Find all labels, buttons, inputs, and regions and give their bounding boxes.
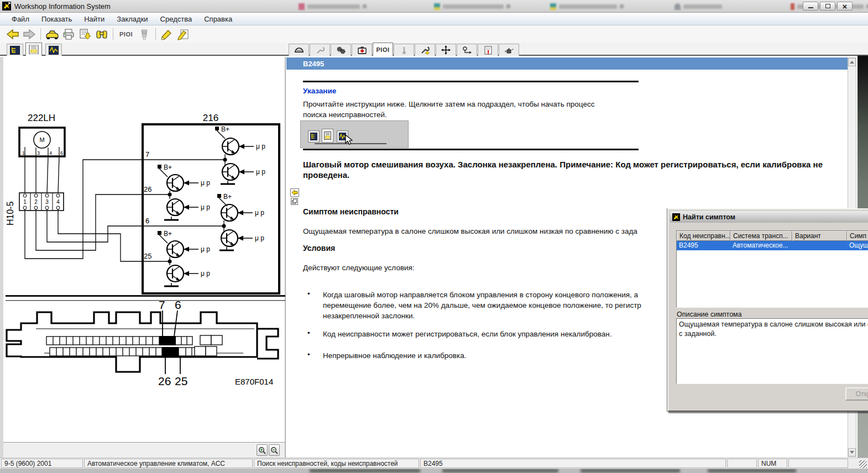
tab-close-icon[interactable] xyxy=(363,4,367,8)
menu-tools[interactable]: Средства xyxy=(154,14,198,24)
ecu-pin-label: 26 xyxy=(158,375,171,387)
background-browser-tab[interactable] xyxy=(674,3,722,10)
tab-favicon xyxy=(434,3,440,10)
background-browser-tab[interactable] xyxy=(434,3,510,10)
motor-pin-label: 6 xyxy=(60,150,63,156)
symptom-text: Ощущаемая температура в салоне слишком в… xyxy=(303,226,637,236)
tab-bulletin[interactable] xyxy=(478,44,498,56)
zoom-out-button[interactable] xyxy=(269,444,280,456)
bullet-item: Когда шаговый мотор направляется блоком … xyxy=(323,290,641,321)
status-bar: 9-5 (9600) 2001 Автоматическое управлени… xyxy=(0,458,868,469)
embedded-toolbar-figure xyxy=(300,120,409,148)
menu-help[interactable]: Справка xyxy=(198,14,238,24)
ecu-pin-label: 25 xyxy=(175,375,187,387)
back-button[interactable] xyxy=(4,27,21,41)
dialog-title-bar[interactable]: Найти симптом xyxy=(670,211,868,223)
ecu-pin-label: 6 xyxy=(175,298,181,311)
tab-close-icon[interactable] xyxy=(506,4,510,8)
background-browser-tab[interactable] xyxy=(299,3,367,10)
open-button[interactable]: Открыть xyxy=(845,387,868,401)
table-row-selected[interactable]: B2495 Автоматическое... Ощущ xyxy=(677,241,868,250)
figure-code: E870F014 xyxy=(235,377,273,386)
window-controls: × xyxy=(803,2,853,10)
export-document-button[interactable] xyxy=(77,27,93,41)
note-line: поиска неисправностей. xyxy=(303,109,387,120)
connector-cell-label: 3 xyxy=(45,199,49,205)
status-code: B2495 xyxy=(420,459,726,468)
menu-bookmarks[interactable]: Закладки xyxy=(111,14,154,24)
close-button[interactable]: × xyxy=(837,2,853,10)
connector-cell-label: 1 xyxy=(23,199,27,205)
tab-gears[interactable] xyxy=(331,44,351,56)
find-symptom-dialog: Найти симптом Код неисправн... Система т… xyxy=(667,208,868,412)
cell-system: Автоматическое... xyxy=(730,241,792,250)
column-system[interactable]: Система трансп... xyxy=(730,231,792,241)
vehicle-button[interactable] xyxy=(44,27,60,41)
tab-favicon xyxy=(674,3,681,10)
tab-signal-view[interactable] xyxy=(45,44,62,56)
column-symptom[interactable]: Симп xyxy=(847,231,868,241)
scroll-down-button[interactable] xyxy=(848,448,856,456)
status-system: Автоматическое управление климатом, ACC xyxy=(84,459,253,468)
zoom-in-button[interactable] xyxy=(257,444,268,456)
print-button[interactable] xyxy=(60,27,77,41)
motor-pin-label: 3 xyxy=(37,150,40,156)
supply-label: B+ xyxy=(164,164,172,171)
menu-view[interactable]: Показать xyxy=(35,14,78,24)
tab-wrench[interactable] xyxy=(310,44,330,56)
module-pin-label: 6 xyxy=(145,217,149,225)
bullet-item: Код неисправности может регистрироваться… xyxy=(323,329,612,339)
micro-label: μ p xyxy=(201,245,210,253)
tab-pioi[interactable]: PIOI xyxy=(373,43,393,56)
motor-pin-label: 4 xyxy=(49,150,52,156)
restore-button[interactable] xyxy=(820,2,835,10)
motor-pin-label: 1 xyxy=(22,150,25,156)
pioi-button[interactable]: PIOI xyxy=(116,27,136,41)
supply-label: B+ xyxy=(164,230,172,238)
main-toolbar: PIOI xyxy=(0,25,868,43)
screen: Workshop Information System xyxy=(0,0,868,473)
tab-thermometer[interactable] xyxy=(394,44,414,56)
conditions-intro: Действуют следующие условия: xyxy=(303,262,415,273)
window-link-icon[interactable] xyxy=(291,198,298,205)
cell-symptom: Ощущ xyxy=(847,241,868,250)
tab-close-icon[interactable] xyxy=(620,4,624,8)
back-link-icon[interactable] xyxy=(290,188,299,197)
resize-grip[interactable] xyxy=(859,460,867,468)
fault-code-title: B2495 xyxy=(303,60,324,68)
mouse-cursor-icon xyxy=(345,134,353,145)
tab-tree-view[interactable] xyxy=(7,44,23,56)
scanner-button[interactable] xyxy=(136,27,153,41)
tab-helmet[interactable] xyxy=(289,44,309,56)
column-fault-code[interactable]: Код неисправн... xyxy=(677,231,730,241)
bullet-item: Непрерывное наблюдение и калибровка. xyxy=(323,350,466,361)
tab-routing[interactable] xyxy=(457,44,477,56)
scroll-up-button[interactable] xyxy=(848,58,856,66)
search-binoculars-button[interactable] xyxy=(93,27,110,41)
module-pin-label: 25 xyxy=(144,252,151,260)
minimize-button[interactable] xyxy=(803,2,818,10)
module-pin-label: 26 xyxy=(144,185,151,193)
menu-file[interactable]: Файл xyxy=(6,14,35,24)
forward-button[interactable] xyxy=(21,27,38,41)
tab-favicon xyxy=(299,3,305,10)
background-browser-tab[interactable] xyxy=(550,3,624,10)
tab-first-aid[interactable] xyxy=(352,44,372,56)
column-variant[interactable]: Вариант xyxy=(792,231,847,241)
description-box: Ощущаемая температура в салоне слишком в… xyxy=(676,318,868,384)
tab-special-tools[interactable] xyxy=(415,44,435,56)
status-num-lock: NUM xyxy=(758,459,787,468)
connector-cell-label: 2 xyxy=(34,199,38,205)
tab-lubrication[interactable] xyxy=(499,44,519,56)
document-header: B2495 xyxy=(286,57,848,70)
connector-cell-label: 4 xyxy=(56,199,60,205)
annotate-button[interactable] xyxy=(175,27,192,41)
micro-label: μ p xyxy=(256,168,265,176)
connector-label: H10-5 xyxy=(6,201,15,225)
dialog-title: Найти симптом xyxy=(683,213,735,221)
cell-variant xyxy=(792,241,847,250)
tab-move[interactable] xyxy=(436,44,456,56)
highlighter-button[interactable] xyxy=(159,27,175,41)
menu-find[interactable]: Найти xyxy=(78,14,111,24)
tab-document-view[interactable] xyxy=(25,43,42,56)
